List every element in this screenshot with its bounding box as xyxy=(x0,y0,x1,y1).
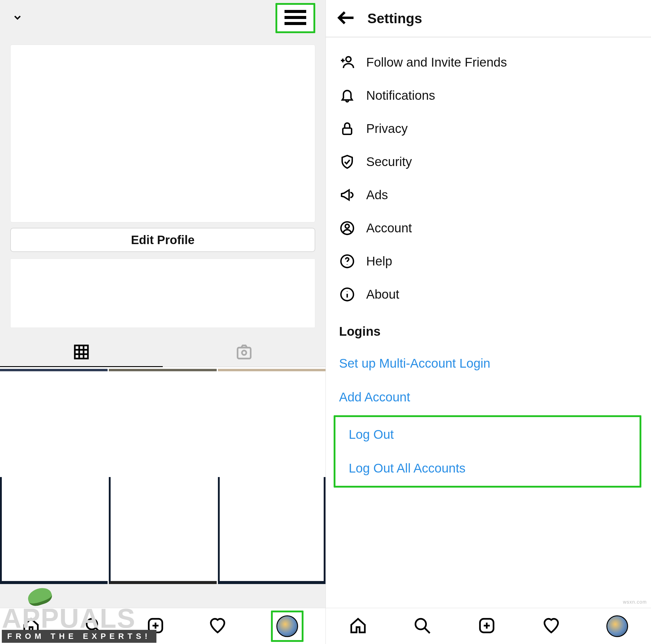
tab-grid[interactable] xyxy=(0,337,163,367)
settings-item-label: Security xyxy=(366,155,412,169)
megaphone-icon xyxy=(339,187,355,203)
watermark-tagline: FROM THE EXPERTS! xyxy=(2,630,156,643)
shield-check-icon xyxy=(339,154,355,170)
home-icon xyxy=(349,617,367,635)
account-switcher[interactable] xyxy=(12,12,23,24)
hamburger-highlight xyxy=(276,3,315,33)
post-thumbnail[interactable] xyxy=(218,477,326,584)
settings-item-label: Follow and Invite Friends xyxy=(366,55,507,70)
settings-item-label: About xyxy=(366,287,399,302)
nav-search[interactable] xyxy=(413,617,431,636)
settings-item-label: Notifications xyxy=(366,88,435,103)
svg-rect-3 xyxy=(75,345,88,359)
link-log-out-all[interactable]: Log Out All Accounts xyxy=(336,452,640,485)
help-icon xyxy=(339,254,355,269)
svg-line-28 xyxy=(425,628,430,633)
post-thumbnail[interactable] xyxy=(0,477,107,584)
settings-title: Settings xyxy=(367,10,422,27)
settings-item-security[interactable]: Security xyxy=(326,145,651,178)
person-add-icon xyxy=(339,55,355,70)
grid-icon xyxy=(73,343,90,361)
arrow-left-icon xyxy=(337,8,356,27)
link-add-account[interactable]: Add Account xyxy=(326,380,651,414)
profile-tabs xyxy=(0,337,326,367)
info-icon xyxy=(339,287,355,302)
svg-point-9 xyxy=(242,350,247,355)
tagged-icon xyxy=(236,343,253,361)
hamburger-menu-icon[interactable] xyxy=(283,22,307,27)
profile-screen: Edit Profile xyxy=(0,0,326,644)
nav-profile-avatar[interactable] xyxy=(607,615,628,637)
settings-item-privacy[interactable]: Privacy xyxy=(326,112,651,145)
profile-tab-highlight xyxy=(271,611,304,642)
edit-profile-button[interactable]: Edit Profile xyxy=(10,228,315,252)
settings-item-label: Privacy xyxy=(366,121,408,136)
settings-item-label: Account xyxy=(366,221,412,235)
account-icon xyxy=(339,221,355,236)
lock-icon xyxy=(339,121,355,136)
svg-point-27 xyxy=(415,619,426,629)
svg-rect-8 xyxy=(238,347,251,358)
heart-icon xyxy=(542,617,560,635)
edit-profile-label: Edit Profile xyxy=(131,233,194,247)
story-highlights xyxy=(10,258,315,328)
bottom-nav-right xyxy=(326,608,651,644)
settings-item-label: Help xyxy=(366,254,392,269)
watermark: APPUALS FROM THE EXPERTS! xyxy=(2,603,156,643)
nav-profile-avatar[interactable] xyxy=(276,615,298,637)
nav-activity[interactable] xyxy=(209,617,227,636)
logins-header: Logins xyxy=(326,311,651,346)
settings-item-label: Ads xyxy=(366,188,388,202)
bell-icon xyxy=(339,88,355,103)
back-button[interactable] xyxy=(337,8,356,29)
post-thumbnail[interactable] xyxy=(109,369,216,476)
chevron-down-icon xyxy=(12,12,23,24)
plus-square-icon xyxy=(478,617,496,635)
settings-list: Follow and Invite Friends Notifications … xyxy=(326,37,651,488)
settings-item-notifications[interactable]: Notifications xyxy=(326,79,651,112)
settings-screen: Settings Follow and Invite Friends Notif… xyxy=(326,0,651,644)
svg-rect-19 xyxy=(343,128,351,134)
nav-activity[interactable] xyxy=(542,617,560,636)
profile-topbar xyxy=(0,0,326,36)
tab-tagged[interactable] xyxy=(163,337,326,367)
heart-icon xyxy=(209,617,227,635)
svg-point-21 xyxy=(345,224,349,228)
post-thumbnail[interactable] xyxy=(218,369,326,476)
posts-grid[interactable] xyxy=(0,367,326,584)
watermark-brand: APPUALS xyxy=(2,603,156,634)
logout-highlight: Log Out Log Out All Accounts xyxy=(334,415,641,488)
search-icon xyxy=(413,617,431,635)
nav-home[interactable] xyxy=(349,617,367,636)
settings-topbar: Settings xyxy=(326,0,651,37)
post-thumbnail[interactable] xyxy=(109,477,216,584)
link-log-out[interactable]: Log Out xyxy=(336,418,640,452)
settings-item-account[interactable]: Account xyxy=(326,212,651,245)
link-multi-account[interactable]: Set up Multi-Account Login xyxy=(326,346,651,380)
attribution: wsxn.com xyxy=(623,600,647,605)
settings-item-ads[interactable]: Ads xyxy=(326,178,651,212)
settings-item-follow-invite[interactable]: Follow and Invite Friends xyxy=(326,46,651,79)
settings-item-help[interactable]: Help xyxy=(326,245,651,278)
profile-header-card xyxy=(10,44,315,222)
settings-item-about[interactable]: About xyxy=(326,278,651,311)
nav-new-post[interactable] xyxy=(478,617,496,636)
post-thumbnail[interactable] xyxy=(0,369,107,476)
svg-point-16 xyxy=(346,57,351,62)
